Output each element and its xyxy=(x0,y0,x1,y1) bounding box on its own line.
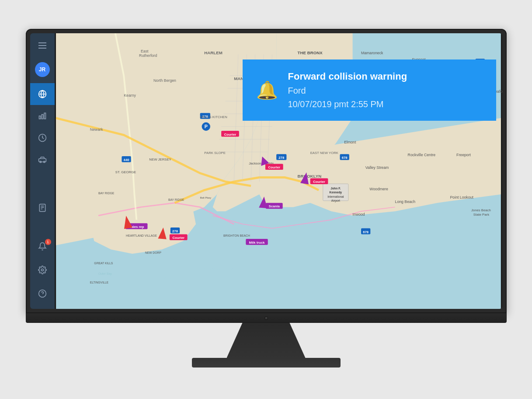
svg-text:NEW DORP: NEW DORP xyxy=(145,251,161,254)
svg-text:HARLEM: HARLEM xyxy=(204,50,222,55)
svg-text:State Park: State Park xyxy=(473,213,489,217)
svg-text:Kearny: Kearny xyxy=(124,93,136,98)
svg-text:PARK SLOPE: PARK SLOPE xyxy=(204,151,226,155)
svg-text:Scania: Scania xyxy=(268,204,280,208)
svg-text:P: P xyxy=(204,124,207,129)
svg-text:Freeport: Freeport xyxy=(456,153,471,157)
sidebar-item-reports[interactable] xyxy=(30,197,55,219)
avatar-initials: JR xyxy=(39,66,45,73)
svg-text:Outer Bay: Outer Bay xyxy=(98,272,112,276)
svg-rect-4 xyxy=(44,113,45,119)
sidebar-bottom: 1 xyxy=(30,235,55,309)
svg-text:North Bergen: North Bergen xyxy=(153,78,176,83)
svg-text:Belt Pkwy: Belt Pkwy xyxy=(200,196,211,199)
svg-text:Rutherford: Rutherford xyxy=(139,53,157,58)
map-container[interactable]: 278 278 440 278 678 678 E xyxy=(55,33,502,309)
svg-text:ELTINGVILLE: ELTINGVILLE xyxy=(90,281,108,284)
svg-text:ROCKAWAY PARK: ROCKAWAY PARK xyxy=(204,267,237,272)
clock-icon xyxy=(38,133,47,142)
svg-text:Newark: Newark xyxy=(90,127,103,132)
monitor-camera xyxy=(264,316,268,320)
svg-text:Inwood: Inwood xyxy=(352,212,365,217)
monitor-stand-base xyxy=(192,358,341,368)
svg-text:THE BRONX: THE BRONX xyxy=(297,50,323,55)
globe-icon xyxy=(38,90,47,98)
svg-text:678: 678 xyxy=(363,230,369,234)
sidebar-item-notifications[interactable]: 1 xyxy=(30,235,55,257)
alert-vehicle: Ford xyxy=(288,86,407,96)
svg-text:Courier: Courier xyxy=(313,180,325,184)
svg-text:NEW JERSEY: NEW JERSEY xyxy=(149,158,171,161)
svg-text:278: 278 xyxy=(278,156,285,160)
svg-text:ST. GEORGE: ST. GEORGE xyxy=(115,170,136,174)
scene: JR xyxy=(0,0,532,399)
svg-text:John F.: John F. xyxy=(330,187,341,190)
sidebar-item-history[interactable] xyxy=(30,127,55,149)
monitor-chin xyxy=(26,313,507,323)
svg-text:BAY RIDGE: BAY RIDGE xyxy=(168,198,184,201)
hamburger-line xyxy=(38,48,46,49)
svg-text:Courier: Courier xyxy=(172,236,184,240)
alert-popup: 🔔 Forward collision warning Ford 10/07/2… xyxy=(243,60,496,121)
hamburger-line xyxy=(38,45,46,46)
monitor-stand-neck xyxy=(227,323,306,358)
sidebar-item-settings[interactable] xyxy=(30,259,55,281)
svg-text:678: 678 xyxy=(341,156,348,160)
svg-text:BRIGHTON BEACH: BRIGHTON BEACH xyxy=(223,234,250,237)
alert-content: Forward collision warning Ford 10/07/201… xyxy=(288,71,407,109)
svg-text:Mamaroneck: Mamaroneck xyxy=(361,51,383,55)
svg-text:Courier: Courier xyxy=(224,133,236,136)
monitor: JR xyxy=(26,29,507,370)
sidebar: JR xyxy=(30,33,55,309)
svg-text:278: 278 xyxy=(172,229,178,233)
svg-text:Airport: Airport xyxy=(331,199,340,203)
svg-text:BROOKLYN: BROOKLYN xyxy=(297,174,321,178)
svg-text:Lower Bay: Lower Bay xyxy=(162,276,180,280)
svg-text:440: 440 xyxy=(123,158,129,162)
svg-text:Elmont: Elmont xyxy=(344,140,356,144)
monitor-screen-border: JR xyxy=(26,29,507,313)
hamburger-button[interactable] xyxy=(30,33,55,58)
svg-point-13 xyxy=(41,269,43,271)
svg-text:BAY RIDGE: BAY RIDGE xyxy=(98,192,115,195)
alert-timestamp: 10/07/2019 pmt 2:55 PM xyxy=(288,99,407,109)
alert-title: Forward collision warning xyxy=(288,71,407,82)
svg-text:Valley Stream: Valley Stream xyxy=(365,165,389,170)
gear-icon xyxy=(38,266,47,274)
alert-bell-icon: 🔔 xyxy=(255,78,279,102)
app-container: JR xyxy=(30,33,502,309)
svg-text:Point Lookout: Point Lookout xyxy=(450,195,473,200)
monitor-inner: JR xyxy=(30,33,502,309)
car-icon xyxy=(38,155,47,164)
svg-text:Courier: Courier xyxy=(268,165,280,169)
svg-text:East: East xyxy=(141,49,149,53)
svg-text:Atlantic Ocean: Atlantic Ocean xyxy=(352,267,377,272)
svg-text:Kennedy: Kennedy xyxy=(329,191,342,194)
sidebar-top: JR xyxy=(30,33,55,81)
svg-text:EAST NEW YORK: EAST NEW YORK xyxy=(310,151,338,155)
sidebar-item-help[interactable] xyxy=(30,283,55,304)
svg-text:Rockville Centre: Rockville Centre xyxy=(407,153,435,157)
svg-text:HEARTLAND VILLAGE: HEARTLAND VILLAGE xyxy=(126,234,157,237)
svg-text:GREAT KILLS: GREAT KILLS xyxy=(94,262,113,265)
sidebar-item-map[interactable] xyxy=(30,83,55,105)
svg-text:Woodmere: Woodmere xyxy=(369,187,388,191)
sidebar-item-vehicles[interactable] xyxy=(30,149,55,171)
svg-text:Jones Beach: Jones Beach xyxy=(471,208,491,212)
svg-text:Long Beach: Long Beach xyxy=(395,200,415,204)
avatar[interactable]: JR xyxy=(35,62,50,77)
svg-text:Milk truck: Milk truck xyxy=(249,241,265,245)
hamburger-line xyxy=(38,42,46,43)
svg-text:International: International xyxy=(327,195,344,198)
bar-chart-icon xyxy=(38,112,47,120)
svg-rect-3 xyxy=(42,115,43,119)
report-icon xyxy=(38,203,47,212)
help-icon xyxy=(38,289,47,298)
svg-text:SHEEPSHEAD: SHEEPSHEAD xyxy=(259,259,285,263)
sidebar-item-analytics[interactable] xyxy=(30,105,55,127)
svg-rect-2 xyxy=(39,116,40,119)
notification-badge: 1 xyxy=(45,239,51,245)
svg-text:HELL'S KITCHEN: HELL'S KITCHEN xyxy=(200,115,227,119)
sidebar-nav xyxy=(30,83,55,171)
